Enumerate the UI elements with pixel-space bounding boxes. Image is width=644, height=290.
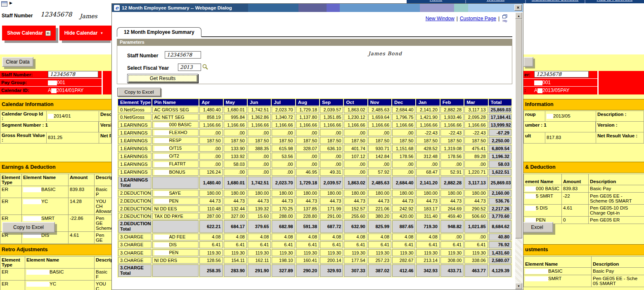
month-value-cell: 1,166.66 bbox=[272, 121, 295, 128]
separator: | bbox=[498, 16, 500, 21]
scroll-down-icon[interactable]: ▼ bbox=[515, 283, 522, 289]
total-cell: 2,160.00 bbox=[489, 190, 511, 197]
element-type-cell: 2.DEDUCTIONS bbox=[118, 213, 152, 219]
earnings-deduction-header-cut: & Deduction bbox=[523, 162, 644, 173]
summary-row: 0.Net/GrossAC NETT SEG858.19995.841,362.… bbox=[118, 114, 511, 120]
total-cell: 25,869.03 bbox=[489, 106, 511, 113]
show-calendar-button[interactable]: Show Calendar 31 bbox=[2, 26, 56, 40]
month-value-cell: .00 bbox=[440, 233, 464, 240]
nav-favorites-link[interactable]: Add to Favorites bbox=[585, 0, 644, 2]
summary-row: 1.EARNINGSFLEXHO.00.00.00.00.00.00.00.00… bbox=[118, 129, 511, 136]
pin-name-cell: AC NETT SEG bbox=[152, 114, 199, 120]
amount-cell: 0 bbox=[562, 216, 589, 224]
month-value-cell: 15.60 bbox=[248, 213, 271, 219]
clear-data-button[interactable]: Clear Data bbox=[2, 57, 33, 67]
retro-adjustments-table: Element Type Element Name Descrip ERBASI… bbox=[0, 256, 112, 290]
month-value-cell: 180.00 bbox=[368, 190, 391, 197]
nav-home-link[interactable]: Home bbox=[407, 0, 465, 2]
nav-worklist-link[interactable]: Worklist bbox=[466, 0, 525, 2]
month-value-cell: 2,141.20 bbox=[416, 177, 439, 189]
get-results-button[interactable]: Get Results bbox=[127, 74, 198, 83]
month-value-cell: 180.00 bbox=[440, 190, 464, 197]
copy-to-excel-button[interactable]: Copy to Excel bbox=[117, 88, 161, 97]
month-value-cell: 53.56 bbox=[272, 153, 295, 160]
column-header-feb: Feb bbox=[440, 99, 464, 106]
top-navigation: Home Worklist Multichannel Console Add t… bbox=[407, 0, 644, 3]
table-row: ERYC14.28YOU CH Allowan bbox=[0, 198, 112, 215]
summary-row: 2.DEDUCTIONSNI DD EES110.48132.44139.321… bbox=[118, 205, 511, 212]
month-value-cell: 213.14 bbox=[416, 257, 439, 264]
month-value-cell: 459.40 bbox=[440, 213, 464, 219]
dialog-titlebar[interactable]: e 12 Month Employee Summary -- Webpage D… bbox=[112, 4, 523, 12]
element-type-cell: 1.EARNINGS bbox=[118, 160, 152, 167]
month-value-cell: 154.11 bbox=[224, 257, 247, 264]
dialog-scrollbar[interactable]: ▲ ▼ bbox=[515, 12, 522, 289]
month-value-cell: 6.41 bbox=[344, 241, 367, 248]
copy-to-excel-button[interactable]: Copy to Excel bbox=[2, 222, 55, 233]
description-cell: Basic Pay bbox=[589, 185, 644, 193]
table-header-row: Element Name Description bbox=[524, 257, 644, 268]
gross-result-row: Gross Result Value : 831.25 Net R bbox=[0, 132, 111, 143]
month-value-cell: 119.30 bbox=[199, 249, 223, 256]
hide-calendar-button[interactable]: Hide Calendar ▼ bbox=[59, 26, 108, 40]
total-cell: 17,184.41 bbox=[489, 114, 511, 120]
element-name-cell: YC bbox=[22, 198, 69, 215]
http-copy-icon[interactable]: http bbox=[502, 14, 508, 22]
month-value-cell: .00 bbox=[392, 169, 415, 176]
record-staff-input[interactable] bbox=[534, 71, 589, 78]
record-staff-input[interactable] bbox=[48, 71, 98, 78]
month-value-cell: 412.46 bbox=[392, 264, 415, 277]
close-icon[interactable]: × bbox=[514, 5, 522, 11]
month-value-cell: 110.48 bbox=[199, 205, 223, 212]
fiscal-year-input[interactable] bbox=[178, 64, 201, 71]
month-value-cell: 401.74 bbox=[344, 145, 367, 152]
total-cell: 25,869.03 bbox=[489, 177, 511, 189]
month-value-cell: 180.00 bbox=[464, 190, 488, 197]
amount-cell: 14.28 bbox=[69, 198, 95, 215]
month-value-cell: .00 bbox=[296, 160, 319, 167]
redaction-patch bbox=[534, 80, 542, 85]
month-value-cell: 308.00 bbox=[440, 257, 464, 264]
month-value-cell: 2,039.57 bbox=[320, 106, 343, 113]
month-value-cell: 1,680.01 bbox=[224, 177, 247, 189]
nav-cell: Multichannel Console bbox=[526, 0, 585, 3]
month-value-cell: .00 bbox=[344, 129, 367, 136]
column-header-sep: Sep bbox=[320, 99, 343, 106]
element-name-text: SMRT bbox=[548, 276, 561, 281]
month-value-cell: 171.99 bbox=[320, 205, 343, 212]
record-key-rows: Staff Number: Pay Group:001 Calendar ID:… bbox=[0, 71, 102, 94]
month-value-cell: 1,166.66 bbox=[344, 121, 367, 128]
calendar-information-grid: roup 2013/05 Description : umber : 1 Ver… bbox=[523, 111, 644, 144]
month-value-cell: 948.82 bbox=[440, 220, 464, 233]
copy-to-excel-button-cut[interactable]: Excel bbox=[521, 222, 553, 233]
month-value-cell: .00 bbox=[224, 169, 247, 176]
pin-name-text: RESP bbox=[169, 138, 182, 143]
staff-number-input[interactable] bbox=[165, 51, 201, 59]
calendar-information-grid: Calendar Group Id : 2014/01 Descr Segmen… bbox=[0, 111, 111, 144]
month-value-cell: 433.71 bbox=[440, 264, 464, 277]
table-row: 5 DIS4.61Pen GE05-10 DIS Charge Opt-in bbox=[524, 204, 644, 216]
expand-arrow-icon[interactable]: ▶ bbox=[9, 1, 12, 5]
month-value-cell: 44.73 bbox=[344, 198, 367, 205]
column-header-may: May bbox=[224, 99, 247, 106]
pin-name-text: AD FEE bbox=[169, 234, 186, 239]
month-value-cell: 44.73 bbox=[248, 198, 271, 205]
parameters-header: Parameters bbox=[117, 39, 512, 46]
month-value-cell: 255.60 bbox=[344, 213, 367, 219]
segment-label-cut: umber : 1 bbox=[524, 122, 596, 132]
twelve-month-summary-table: Element TypePin NameAprMayJunJulAugSepOc… bbox=[117, 98, 512, 278]
scrollbar-thumb[interactable] bbox=[515, 19, 522, 238]
col-description: Descript bbox=[95, 174, 112, 186]
nav-multichannel-link[interactable]: Multichannel Console bbox=[526, 0, 585, 2]
pin-name-cell: FLATRT bbox=[152, 160, 199, 167]
new-window-link[interactable]: New Window bbox=[426, 16, 455, 21]
customize-page-link[interactable]: Customize Page bbox=[460, 16, 496, 21]
tab-12-month-employee-summary[interactable]: 12 Month Employee Summary bbox=[117, 27, 201, 37]
redaction-patch bbox=[23, 233, 41, 238]
col-amount: Amount bbox=[69, 174, 95, 186]
lookup-magnifier-icon[interactable] bbox=[202, 64, 208, 71]
month-value-cell: .00 bbox=[272, 169, 295, 176]
element-type-cell: 2.DEDUCTIONS bbox=[118, 190, 152, 197]
month-value-cell: 287.00 bbox=[199, 213, 223, 219]
scroll-up-icon[interactable]: ▲ bbox=[515, 12, 522, 19]
